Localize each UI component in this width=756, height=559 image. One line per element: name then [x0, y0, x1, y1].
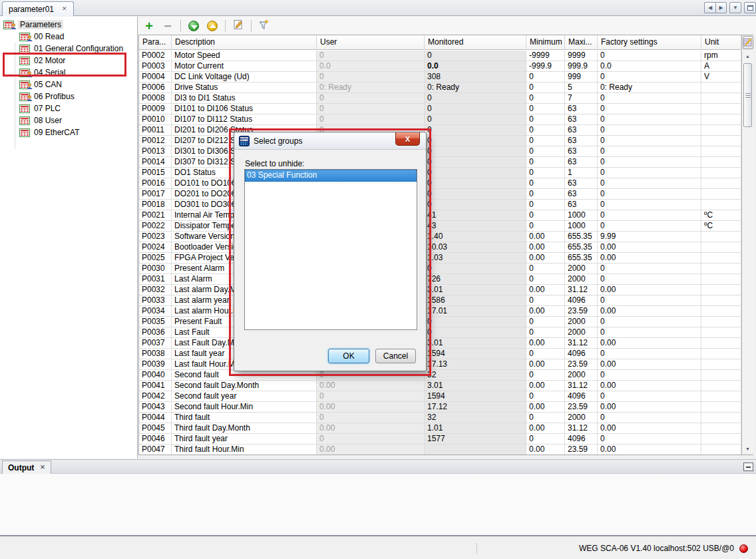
table-row-P0044[interactable]: P0044Third fault032020000: [139, 413, 741, 423]
tree-item-06-profibus[interactable]: 06 Profibus: [19, 91, 75, 102]
column-header-unit[interactable]: Unit: [701, 35, 741, 50]
cell-P0047-user[interactable]: 0.00: [317, 445, 425, 455]
column-header-minimum[interactable]: Minimum: [526, 35, 565, 50]
column-customize-button[interactable]: [743, 36, 753, 49]
cell-P0031-min: 0: [526, 274, 565, 285]
table-row-P0002[interactable]: P0002Motor Speed00-999999990rpm: [139, 51, 741, 61]
column-header-user[interactable]: User: [317, 35, 425, 50]
dialog-title-bar[interactable]: WPS Select groups X: [234, 132, 426, 150]
write-to-drive-button[interactable]: [205, 19, 220, 33]
column-header-para[interactable]: Para...: [139, 35, 172, 50]
column-header-maxi[interactable]: Maxi...: [565, 35, 598, 50]
tree-item-00-read[interactable]: 00 Read: [19, 31, 64, 43]
table-row-P0042[interactable]: P0042Second fault year01594040960: [139, 391, 741, 402]
table-row-P0031[interactable]: P0031Last Alarm0726020000: [139, 274, 741, 285]
table-row-P0009[interactable]: P0009DI101 to DI106 Status000630: [139, 104, 741, 114]
groups-listbox[interactable]: 03 Special Function: [244, 169, 417, 330]
dialog-close-button[interactable]: X: [395, 132, 420, 146]
cell-P0008-user[interactable]: 0: [317, 93, 425, 104]
table-row-P0003[interactable]: P0003Motor Current0.00.0-999.9999.90.0A: [139, 61, 741, 72]
tree-item-02-motor[interactable]: 02 Motor: [19, 55, 65, 67]
remove-parameter-button[interactable]: −: [160, 19, 175, 33]
cell-P0046-user[interactable]: 0: [317, 434, 425, 445]
column-header-monitored[interactable]: Monitored: [425, 35, 526, 50]
tree-item-04-serial[interactable]: 04 Serial: [19, 67, 65, 79]
add-parameter-button[interactable]: +: [142, 19, 156, 33]
table-row-P0039[interactable]: P0039Last fault Hour.Min0.0017.130.0023.…: [139, 359, 741, 370]
table-row-P0018[interactable]: P0018DO301 to DO306 Status000630: [139, 200, 741, 210]
cell-P0010-user[interactable]: 0: [317, 114, 425, 125]
scroll-up-button[interactable]: ▲: [742, 51, 753, 61]
table-row-P0034[interactable]: P0034Last alarm Hour.Min0.0017.010.0023.…: [139, 306, 741, 317]
table-row-P0021[interactable]: P0021Internal Air Temperature041010000ºC: [139, 210, 741, 221]
scroll-down-button[interactable]: ▼: [742, 444, 753, 454]
filter-groups-button[interactable]: [257, 19, 272, 33]
tree-item-08-user[interactable]: 08 User: [19, 114, 62, 126]
cell-P0009-user[interactable]: 0: [317, 104, 425, 114]
table-row-P0041[interactable]: P0041Second fault Day.Month0.003.010.003…: [139, 381, 741, 391]
table-row-P0038[interactable]: P0038Last fault year01594040960: [139, 349, 741, 359]
cell-P0040-user[interactable]: 0: [317, 370, 425, 381]
cell-P0003-user[interactable]: 0.0: [317, 61, 425, 72]
cell-P0043-user[interactable]: 0.00: [317, 402, 425, 413]
tab-scroll-left-button[interactable]: ◀: [704, 2, 715, 13]
column-header-factorysettings[interactable]: Factory settings: [598, 35, 701, 50]
cancel-button[interactable]: Cancel: [375, 349, 416, 363]
cell-P0044-user[interactable]: 0: [317, 413, 425, 423]
restore-window-button[interactable]: [744, 2, 756, 13]
cell-P0013-monitored: 0: [425, 146, 526, 157]
tab-parameter01[interactable]: parameter01 ✕: [2, 1, 74, 16]
table-row-P0047[interactable]: P0047Third fault Hour.Min0.000.0023.590.…: [139, 445, 741, 455]
column-header-description[interactable]: Description: [172, 35, 317, 50]
collapse-panel-button[interactable]: [743, 463, 753, 471]
table-row-P0022[interactable]: P0022Dissipator Temperature043010000ºC: [139, 221, 741, 232]
cell-P0041-user[interactable]: 0.00: [317, 381, 425, 391]
table-row-P0033[interactable]: P0033Last alarm year01586040960: [139, 295, 741, 306]
cell-P0004-user[interactable]: 0: [317, 72, 425, 83]
output-tab-close-icon[interactable]: ✕: [40, 465, 45, 470]
tree-item-07-plc[interactable]: 07 PLC: [19, 102, 61, 114]
table-row-P0013[interactable]: P0013DI301 to DI306 Status000630: [139, 146, 741, 157]
table-row-P0015[interactable]: P0015DO1 Status00010: [139, 168, 741, 178]
cell-P0045-user[interactable]: 0.00: [317, 423, 425, 434]
table-row-P0008[interactable]: P0008DI3 to DI1 Status00070: [139, 93, 741, 104]
table-row-P0030[interactable]: P0030Present Alarm00020000: [139, 264, 741, 274]
tree-item-05-can[interactable]: 05 CAN: [19, 79, 62, 91]
cell-P0002-user[interactable]: 0: [317, 51, 425, 61]
cell-P0042-user[interactable]: 0: [317, 391, 425, 402]
tree-item-parameters-root[interactable]: Parameters: [3, 19, 63, 31]
table-row-P0024[interactable]: P0024Bootloader Version0.0010.030.00655.…: [139, 242, 741, 253]
table-row-P0010[interactable]: P0010DI107 to DI112 Status000630: [139, 114, 741, 125]
table-row-P0023[interactable]: P0023Software Version0.001.400.00655.359…: [139, 232, 741, 242]
tab-list-button[interactable]: ▼: [729, 2, 741, 13]
cell-P0013-min: 0: [526, 146, 565, 157]
table-row-P0004[interactable]: P0004DC Link Voltage (Ud)030809990V: [139, 72, 741, 83]
table-row-P0032[interactable]: P0032Last alarm Day.Month0.003.010.0031.…: [139, 285, 741, 295]
table-row-P0036[interactable]: P0036Last Fault00020000: [139, 327, 741, 338]
edit-parameter-button[interactable]: [231, 19, 246, 33]
table-row-P0016[interactable]: P0016DO101 to DO106 Status000630: [139, 178, 741, 189]
tab-scroll-right-button[interactable]: ▶: [715, 2, 727, 13]
table-row-P0043[interactable]: P0043Second fault Hour.Min0.0017.120.002…: [139, 402, 741, 413]
ok-button[interactable]: OK: [328, 349, 369, 363]
cell-P0006-user[interactable]: 0: Ready: [317, 83, 425, 93]
tab-close-icon[interactable]: ✕: [62, 6, 67, 12]
table-row-P0035[interactable]: P0035Present Fault00020000: [139, 317, 741, 327]
read-from-drive-button[interactable]: [186, 19, 201, 33]
table-row-P0025[interactable]: P0025FPGA Project Version0.001.030.00655…: [139, 253, 741, 264]
table-row-P0045[interactable]: P0045Third fault Day.Month0.001.010.0031…: [139, 423, 741, 434]
table-row-P0040[interactable]: P0040Second fault032020000: [139, 370, 741, 381]
table-row-P0011[interactable]: P0011DI201 to DI206 Status000630: [139, 125, 741, 136]
table-row-P0017[interactable]: P0017DO201 to DO206 Status000630: [139, 189, 741, 200]
table-row-P0014[interactable]: P0014DI307 to DI312 Status000630: [139, 157, 741, 168]
table-row-P0006[interactable]: P0006Drive Status0: Ready0: Ready050: Re…: [139, 83, 741, 93]
tree-item-09-ethercat[interactable]: 09 EtherCAT: [19, 126, 79, 138]
vertical-scrollbar[interactable]: ▲ ▼: [741, 35, 753, 455]
group-list-item[interactable]: 03 Special Function: [245, 170, 417, 182]
tab-output[interactable]: Output ✕: [2, 461, 51, 474]
tree-item-01-general-configuration[interactable]: 01 General Configuration: [19, 43, 123, 55]
table-row-P0046[interactable]: P0046Third fault year01577040960: [139, 434, 741, 445]
table-row-P0012[interactable]: P0012DI207 to DI212 Status000630: [139, 136, 741, 146]
scrollbar-thumb[interactable]: [743, 63, 752, 127]
table-row-P0037[interactable]: P0037Last Fault Day.Month0.003.010.0031.…: [139, 338, 741, 349]
